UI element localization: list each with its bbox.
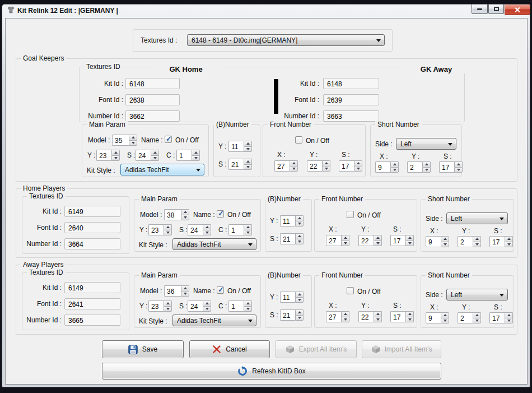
spin-up-icon[interactable]: [244, 224, 252, 230]
spin-up-icon[interactable]: [192, 150, 200, 155]
hp-bnumber-s-spinner[interactable]: 21: [280, 233, 304, 244]
spin-up-icon[interactable]: [454, 161, 463, 167]
gk-short-s-spinner[interactable]: 17: [439, 161, 463, 173]
hp-kit-style-select[interactable]: Adidas TechFit: [172, 238, 256, 250]
gk-home-number-id-field[interactable]: 3662: [125, 110, 180, 122]
minimize-button[interactable]: [472, 4, 488, 14]
spin-down-icon[interactable]: [111, 155, 120, 161]
spin-down-icon[interactable]: [203, 306, 211, 312]
spin-down-icon[interactable]: [295, 221, 304, 227]
hp-short-s-spinner[interactable]: 17: [489, 236, 513, 247]
ap-front-y-spinner[interactable]: 22: [358, 311, 382, 322]
spin-up-icon[interactable]: [244, 141, 252, 146]
gk-front-s-spinner[interactable]: 17: [339, 160, 362, 172]
spin-up-icon[interactable]: [295, 233, 304, 239]
spin-up-icon[interactable]: [181, 285, 189, 291]
ap-c-spinner[interactable]: 1: [228, 300, 252, 312]
export-all-items-button[interactable]: Export All Item's: [276, 340, 357, 358]
spin-down-icon[interactable]: [374, 241, 382, 247]
spin-up-icon[interactable]: [405, 311, 414, 317]
spin-down-icon[interactable]: [295, 297, 304, 303]
ap-front-number-onoff-checkbox[interactable]: [347, 287, 354, 294]
gk-home-kit-id-field[interactable]: 6148: [125, 78, 180, 89]
spin-up-icon[interactable]: [505, 312, 513, 318]
spin-down-icon[interactable]: [192, 155, 200, 161]
import-all-items-button[interactable]: Import All Item's: [362, 340, 441, 358]
spin-down-icon[interactable]: [203, 230, 211, 236]
gk-away-number-id-field[interactable]: 3663: [323, 110, 379, 122]
hp-short-x-spinner[interactable]: 9: [426, 236, 449, 247]
ap-side-select[interactable]: Left: [446, 289, 508, 300]
spin-up-icon[interactable]: [164, 224, 172, 230]
ap-bnumber-s-spinner[interactable]: 21: [280, 309, 304, 321]
hp-c-spinner[interactable]: 1: [228, 224, 252, 235]
spin-down-icon[interactable]: [181, 215, 189, 221]
refresh-kitid-box-button[interactable]: Refresh KitID Box: [102, 363, 441, 380]
spin-up-icon[interactable]: [111, 150, 120, 155]
spin-down-icon[interactable]: [473, 242, 481, 248]
ap-model-spinner[interactable]: 36: [164, 285, 189, 297]
ap-y-spinner[interactable]: 23: [148, 300, 172, 312]
spin-up-icon[interactable]: [473, 236, 481, 242]
spin-up-icon[interactable]: [422, 161, 431, 167]
ap-name-onoff-checkbox[interactable]: [217, 286, 224, 294]
spin-down-icon[interactable]: [390, 167, 399, 173]
gk-short-x-spinner[interactable]: 9: [375, 161, 399, 173]
hp-front-y-spinner[interactable]: 22: [358, 235, 382, 246]
hp-short-y-spinner[interactable]: 2: [458, 236, 481, 247]
spin-down-icon[interactable]: [473, 318, 481, 324]
spin-down-icon[interactable]: [341, 317, 349, 323]
hp-model-spinner[interactable]: 38: [164, 209, 189, 220]
spin-up-icon[interactable]: [290, 160, 298, 166]
spin-up-icon[interactable]: [244, 159, 252, 164]
spin-up-icon[interactable]: [295, 292, 304, 297]
spin-up-icon[interactable]: [341, 311, 349, 317]
textures-id-select[interactable]: 6148 - 6149 - Dt0c.img[GERMANY]: [187, 34, 385, 46]
ap-number-id-field[interactable]: 3665: [64, 315, 120, 326]
gk-name-onoff-checkbox[interactable]: [165, 136, 172, 143]
ap-s-spinner[interactable]: 24: [188, 300, 211, 312]
spin-up-icon[interactable]: [244, 300, 252, 306]
save-button[interactable]: Save: [102, 340, 184, 358]
spin-up-icon[interactable]: [441, 312, 449, 318]
spin-up-icon[interactable]: [295, 309, 304, 315]
gk-front-y-spinner[interactable]: 22: [307, 160, 330, 172]
spin-down-icon[interactable]: [164, 230, 172, 236]
spin-down-icon[interactable]: [505, 242, 513, 248]
spin-up-icon[interactable]: [473, 312, 481, 318]
spin-down-icon[interactable]: [405, 317, 414, 323]
spin-down-icon[interactable]: [295, 239, 304, 245]
spin-down-icon[interactable]: [244, 164, 252, 170]
spin-up-icon[interactable]: [354, 160, 362, 166]
spin-down-icon[interactable]: [244, 146, 252, 152]
cancel-button[interactable]: Cancel: [189, 340, 270, 358]
spin-up-icon[interactable]: [341, 235, 349, 241]
ap-front-s-spinner[interactable]: 17: [390, 311, 414, 322]
close-button[interactable]: [505, 4, 530, 15]
spin-down-icon[interactable]: [374, 317, 382, 323]
gk-side-select[interactable]: Left: [396, 138, 456, 150]
gk-bnumber-s-spinner[interactable]: 21: [228, 159, 252, 170]
spin-up-icon[interactable]: [203, 300, 211, 306]
spin-down-icon[interactable]: [244, 230, 252, 236]
spin-up-icon[interactable]: [203, 224, 211, 230]
hp-side-select[interactable]: Left: [446, 212, 508, 224]
spin-up-icon[interactable]: [390, 161, 399, 167]
spin-down-icon[interactable]: [505, 318, 513, 324]
hp-y-spinner[interactable]: 23: [148, 224, 172, 235]
ap-kit-style-select[interactable]: Adidas TechFit: [172, 315, 256, 326]
spin-down-icon[interactable]: [295, 315, 304, 321]
spin-up-icon[interactable]: [295, 215, 304, 221]
gk-kit-style-select[interactable]: Adidas TechFit: [120, 164, 204, 175]
gk-bnumber-y-spinner[interactable]: 11: [228, 141, 252, 152]
hp-bnumber-y-spinner[interactable]: 11: [280, 215, 304, 226]
gk-y-spinner[interactable]: 23: [96, 150, 120, 161]
gk-away-kit-id-field[interactable]: 6148: [323, 78, 379, 89]
gk-front-number-onoff-checkbox[interactable]: [295, 136, 302, 144]
spin-down-icon[interactable]: [181, 291, 189, 297]
spin-down-icon[interactable]: [441, 318, 449, 324]
gk-short-y-spinner[interactable]: 2: [407, 161, 431, 173]
ap-short-s-spinner[interactable]: 17: [489, 312, 513, 323]
hp-front-number-onoff-checkbox[interactable]: [347, 211, 354, 218]
ap-short-x-spinner[interactable]: 9: [426, 312, 449, 323]
